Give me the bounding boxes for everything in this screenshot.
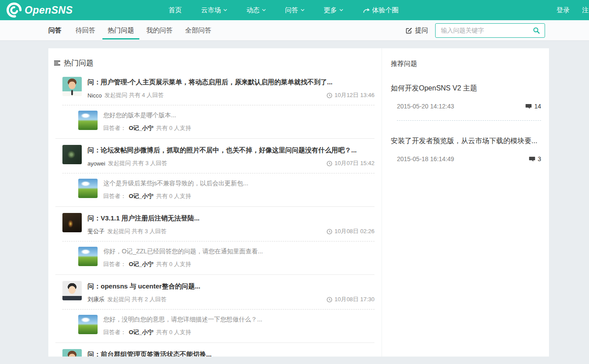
recommended-question-time: 2015-05-18 16:14:49	[397, 155, 454, 162]
section-title: 热门问题	[64, 58, 94, 68]
chevron-down-icon	[262, 9, 266, 11]
user-avatar[interactable]	[78, 179, 98, 198]
question-title[interactable]: 问：前台群组管理页签激活状态不能切换...	[87, 350, 374, 357]
auth-links: 登录 注册	[556, 0, 589, 20]
chevron-down-icon	[339, 9, 343, 11]
user-avatar[interactable]	[62, 281, 82, 300]
chevron-down-icon	[223, 9, 227, 11]
question-meta: 发起提问 共有 3 人回答	[108, 159, 167, 167]
question-title[interactable]: 问：opensns 与 ucenter整合的问题...	[87, 282, 374, 291]
search-button[interactable]	[532, 27, 541, 34]
nav-item-feed[interactable]: 动态	[237, 0, 276, 20]
top-navbar: OpenSNS 首页 云市场 动态 问答 更多	[0, 0, 589, 20]
question-user[interactable]: ayowei	[87, 160, 105, 167]
answer-meta: 共有 0 人支持	[156, 192, 191, 200]
speech-bubble-icon	[529, 156, 535, 162]
user-avatar[interactable]	[62, 349, 82, 357]
question-item: 问：用户管理-个人主页展示菜单，将动态启用后，原来默认启用的菜单就找不到了...…	[48, 71, 382, 99]
qa-tabs: 问答 待回答 热门问题 我的问答 全部问答	[48, 20, 218, 41]
clock-icon	[327, 297, 332, 303]
answer-user[interactable]: O记_小宁	[129, 192, 153, 200]
tab-qa-home[interactable]: 问答	[48, 20, 69, 41]
search-input[interactable]	[440, 26, 532, 34]
recommended-questions-panel: 推荐问题 如何开发OpenSNS V2 主题 2015-05-20 14:12:…	[382, 48, 549, 357]
search-icon	[533, 27, 540, 34]
ask-question-button[interactable]: 提问	[405, 26, 428, 35]
answer-item: 您好您的版本是哪个版本... 回答者： O记_小宁 共有 0 人支持	[48, 105, 382, 132]
question-item: 问：opensns 与 ucenter整合的问题... 刘康乐 发起提问 共有 …	[48, 275, 382, 303]
answer-user[interactable]: O记_小宁	[129, 328, 153, 336]
main-menu: 首页 云市场 动态 问答 更多 体验个圈	[159, 0, 408, 20]
user-avatar[interactable]	[78, 247, 98, 266]
nav-item-experience-circle[interactable]: 体验个圈	[353, 0, 408, 20]
user-avatar[interactable]	[62, 145, 82, 164]
answer-content[interactable]: 您好，没明白您的意思，请您详细描述一下您想做什么？...	[103, 316, 374, 324]
answer-item: 你好，O记_ZZL已经回答您的问题，请您在通知里面查看... 回答者： O记_小…	[48, 241, 382, 268]
question-item: 问：论坛发帖同步微博后，抓取的照片不居中，也关不掉，好像这里问问题没有什么用吧？…	[48, 139, 382, 167]
tab-my-qa[interactable]: 我的问答	[140, 20, 179, 41]
recommended-question-title[interactable]: 安装了开发者预览版，从云市场下载的模块要...	[391, 137, 541, 146]
nav-item-cloud-market[interactable]: 云市场	[192, 0, 237, 20]
answerer-label: 回答者：	[103, 124, 126, 132]
answer-meta: 共有 0 人支持	[156, 124, 191, 132]
opensns-swirl-icon	[6, 2, 22, 18]
recommended-question-meta: 2015-05-20 14:12:43 14	[391, 103, 541, 110]
recommended-question-title[interactable]: 如何开发OpenSNS V2 主题	[391, 84, 541, 93]
pencil-square-icon	[405, 27, 412, 34]
user-avatar[interactable]	[62, 77, 82, 96]
speech-bubble-icon	[525, 104, 532, 109]
reply-count: 3	[529, 155, 541, 162]
answerer-label: 回答者：	[103, 260, 126, 268]
list-icon	[54, 60, 61, 66]
question-item: 问：V3.1.1 用户注册后注销无法登陆... 斐公子 发起提问 共有 3 人回…	[48, 207, 382, 235]
login-link[interactable]: 登录	[556, 6, 570, 14]
answer-content[interactable]: 你好，O记_ZZL已经回答您的问题，请您在通知里面查看...	[103, 248, 374, 256]
answer-content[interactable]: 这个是升级后某些js不兼容导致的，以后会出更新包...	[103, 180, 374, 187]
share-arrow-icon	[363, 7, 370, 14]
tab-unanswered[interactable]: 待回答	[69, 20, 102, 41]
answer-meta: 共有 0 人支持	[156, 328, 191, 336]
answer-meta: 共有 0 人支持	[156, 260, 191, 268]
qa-subnav: 问答 待回答 热门问题 我的问答 全部问答 提问	[0, 20, 589, 41]
subnav-actions: 提问	[405, 23, 545, 38]
nav-item-more[interactable]: 更多	[314, 0, 353, 20]
answer-user[interactable]: O记_小宁	[129, 260, 153, 268]
question-title[interactable]: 问：V3.1.1 用户注册后注销无法登陆...	[87, 214, 374, 223]
question-user[interactable]: Nicco	[87, 92, 102, 99]
question-meta: 发起提问 共有 3 人回答	[107, 227, 167, 235]
user-avatar[interactable]	[78, 315, 98, 334]
brand-name: OpenSNS	[25, 4, 73, 16]
answer-user[interactable]: O记_小宁	[129, 124, 153, 132]
answer-content[interactable]: 您好您的版本是哪个版本...	[103, 112, 374, 119]
question-searchbox	[435, 23, 545, 38]
user-avatar[interactable]	[62, 213, 82, 232]
answerer-label: 回答者：	[103, 192, 126, 200]
question-title[interactable]: 问：用户管理-个人主页展示菜单，将动态启用后，原来默认启用的菜单就找不到了...	[87, 78, 374, 86]
question-time: 10月08日 02:26	[327, 227, 374, 235]
question-item: 问：前台群组管理页签激活状态不能切换... Nicco 发起提问 共有 2 人回…	[48, 343, 382, 357]
clock-icon	[327, 229, 332, 234]
recommended-question-time: 2015-05-20 14:12:43	[397, 103, 454, 110]
question-user[interactable]: 刘康乐	[87, 296, 105, 303]
question-time: 10月07日 15:42	[327, 159, 374, 167]
question-time: 10月08日 17:30	[327, 296, 374, 303]
question-title[interactable]: 问：论坛发帖同步微博后，抓取的照片不居中，也关不掉，好像这里问问题没有什么用吧？…	[87, 146, 374, 155]
tab-hot-questions[interactable]: 热门问题	[102, 20, 140, 41]
answer-item: 您好，没明白您的意思，请您详细描述一下您想做什么？... 回答者： O记_小宁 …	[48, 310, 382, 336]
hot-question-list: 热门问题 问：用户管理-个人主页展示菜单，将动态启用后，原来默认启用的菜单就找不…	[48, 48, 382, 357]
reply-count: 14	[525, 103, 541, 110]
question-user[interactable]: 斐公子	[87, 227, 105, 235]
answerer-label: 回答者：	[103, 328, 126, 336]
user-avatar[interactable]	[78, 111, 98, 130]
nav-item-qa[interactable]: 问答	[276, 0, 314, 20]
brand-logo[interactable]: OpenSNS	[6, 2, 73, 18]
answer-item: 这个是升级后某些js不兼容导致的，以后会出更新包... 回答者： O记_小宁 共…	[48, 173, 382, 200]
nav-item-home[interactable]: 首页	[159, 0, 192, 20]
register-link[interactable]: 注册	[582, 6, 589, 14]
tab-all-qa[interactable]: 全部问答	[179, 20, 218, 41]
clock-icon	[327, 93, 332, 98]
separator-dashed	[397, 120, 541, 121]
question-meta: 发起提问 共有 4 人回答	[105, 91, 164, 99]
recommended-question-meta: 2015-05-18 16:14:49 3	[391, 155, 541, 162]
section-header: 热门问题	[54, 58, 382, 68]
